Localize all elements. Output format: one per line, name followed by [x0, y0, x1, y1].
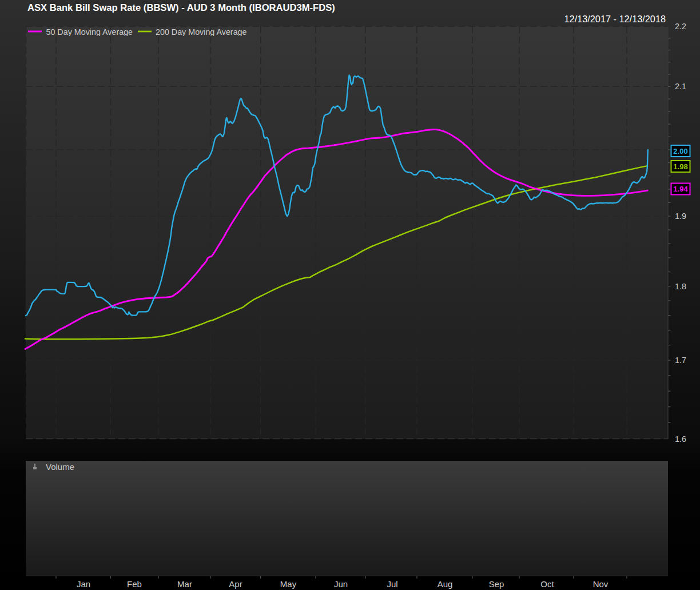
svg-text:Nov: Nov: [593, 579, 608, 589]
svg-text:1.9: 1.9: [675, 212, 686, 221]
svg-text:Feb: Feb: [127, 579, 142, 589]
svg-text:Aug: Aug: [438, 579, 453, 589]
svg-text:Sep: Sep: [489, 579, 504, 589]
svg-text:200 Day Moving Average: 200 Day Moving Average: [156, 27, 247, 37]
svg-text:2.1: 2.1: [675, 82, 686, 91]
svg-text:Jul: Jul: [387, 579, 397, 589]
svg-text:1.94: 1.94: [673, 185, 688, 193]
svg-text:2.00: 2.00: [673, 147, 687, 156]
svg-text:Jan: Jan: [77, 579, 90, 589]
svg-text:2.2: 2.2: [675, 22, 686, 31]
svg-text:Oct: Oct: [540, 579, 554, 589]
svg-text:Apr: Apr: [229, 579, 242, 589]
svg-text:May: May: [280, 579, 297, 589]
svg-text:Mar: Mar: [177, 579, 192, 589]
svg-text:1.7: 1.7: [675, 356, 686, 365]
svg-text:1.6: 1.6: [675, 434, 686, 444]
svg-text:50 Day Moving Average: 50 Day Moving Average: [46, 27, 133, 37]
svg-text:1.98: 1.98: [673, 162, 687, 171]
svg-text:1.8: 1.8: [675, 282, 686, 291]
svg-text:Jun: Jun: [334, 579, 348, 589]
